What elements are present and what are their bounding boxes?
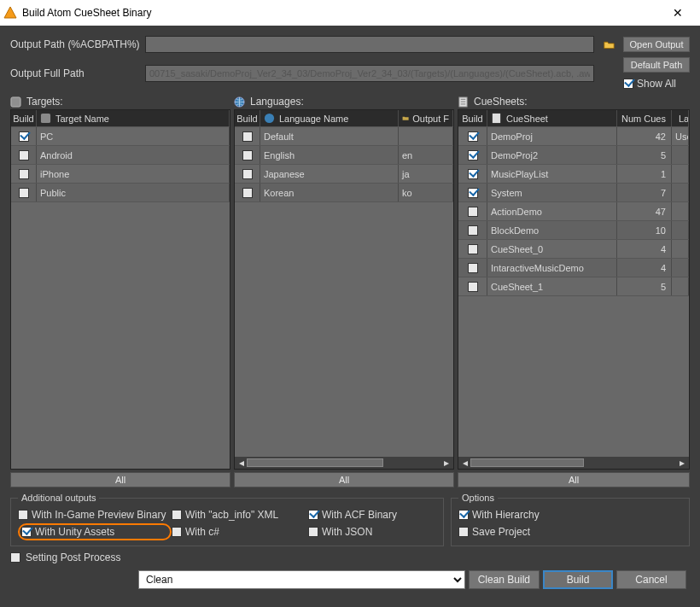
post-process-select[interactable]: Clean: [138, 570, 465, 589]
show-all-row[interactable]: Show All: [623, 78, 690, 90]
row-checkbox[interactable]: [19, 131, 29, 142]
preview-binary-checkbox[interactable]: [18, 510, 28, 520]
targets-all-button[interactable]: All: [10, 472, 230, 487]
targets-body: PCAndroidiPhonePublic: [11, 127, 230, 469]
with-preview-binary[interactable]: With In-Game Preview Binary: [18, 506, 172, 523]
row-la: [672, 202, 689, 220]
row-la: [672, 184, 689, 201]
save-project[interactable]: Save Project: [458, 523, 682, 540]
targets-col-build[interactable]: Build: [11, 110, 37, 126]
acf-binary-checkbox[interactable]: [308, 510, 318, 520]
cuesheets-col-la[interactable]: La: [672, 110, 689, 126]
table-row[interactable]: DemoProj42Use: [458, 127, 689, 146]
table-row[interactable]: ActionDemo47: [458, 202, 689, 221]
table-row[interactable]: Public: [11, 184, 230, 202]
table-row[interactable]: IntaractiveMusicDemo4: [458, 259, 689, 277]
table-row[interactable]: CueSheet_04: [458, 240, 689, 259]
show-all-checkbox[interactable]: [623, 79, 633, 89]
row-checkbox[interactable]: [468, 263, 478, 273]
languages-col-output[interactable]: Output F: [399, 110, 453, 126]
open-output-button[interactable]: Open Output: [623, 37, 690, 52]
row-checkbox[interactable]: [468, 282, 478, 292]
additional-outputs-group: Additional outputs With In-Game Preview …: [10, 493, 444, 546]
acb-info-checkbox[interactable]: [172, 510, 182, 520]
browse-output-path[interactable]: [599, 36, 618, 53]
target-icon: [40, 113, 51, 124]
with-hierarchy[interactable]: With Hierarchy: [458, 506, 682, 523]
default-path-button[interactable]: Default Path: [623, 57, 690, 73]
table-row[interactable]: Android: [11, 146, 230, 165]
row-checkbox[interactable]: [468, 150, 478, 161]
with-unity-assets[interactable]: With Unity Assets: [21, 526, 114, 538]
with-acf-binary[interactable]: With ACF Binary: [308, 506, 436, 523]
save-project-checkbox[interactable]: [458, 527, 469, 537]
cuesheets-col-build[interactable]: Build: [458, 110, 487, 126]
languages-panel: Languages: Build Language Name Output F …: [234, 94, 454, 487]
table-row[interactable]: PC: [11, 127, 230, 146]
csharp-checkbox[interactable]: [172, 527, 182, 537]
json-checkbox[interactable]: [308, 527, 318, 537]
row-checkbox[interactable]: [468, 131, 478, 142]
table-row[interactable]: MusicPlayList1: [458, 165, 689, 184]
row-checkbox[interactable]: [468, 225, 478, 236]
table-row[interactable]: System7: [458, 184, 689, 202]
svg-marker-0: [4, 7, 16, 18]
cuesheets-all-button[interactable]: All: [458, 472, 690, 487]
post-process-checkbox[interactable]: [10, 552, 20, 563]
languages-all-button[interactable]: All: [234, 472, 454, 487]
with-json[interactable]: With JSON: [308, 523, 436, 540]
with-csharp[interactable]: With c#: [172, 523, 308, 540]
row-checkbox[interactable]: [242, 150, 253, 161]
setting-post-process[interactable]: Setting Post Process: [10, 552, 690, 563]
table-row[interactable]: Default: [235, 127, 453, 146]
table-row[interactable]: iPhone: [11, 165, 230, 184]
row-checkbox[interactable]: [468, 188, 478, 198]
build-button[interactable]: Build: [543, 570, 613, 589]
row-checkbox[interactable]: [242, 131, 253, 142]
with-acb-info[interactable]: With "acb_info" XML: [172, 506, 308, 523]
table-row[interactable]: DemoProj25: [458, 146, 689, 165]
languages-col-build[interactable]: Build: [235, 110, 260, 126]
row-checkbox[interactable]: [468, 207, 478, 217]
table-row[interactable]: BlockDemo10: [458, 221, 689, 240]
languages-col-name[interactable]: Language Name: [260, 110, 399, 126]
cuesheets-scrollbar[interactable]: ◂ ▸: [458, 457, 689, 469]
cuesheets-col-numcues[interactable]: Num Cues: [617, 110, 672, 126]
cuesheets-grid[interactable]: Build CueSheet Num Cues La DemoProj42Use…: [458, 109, 690, 470]
targets-grid[interactable]: Build Target Name PCAndroidiPhonePublic: [10, 109, 230, 470]
table-row[interactable]: Koreanko: [235, 184, 453, 202]
table-row[interactable]: Japaneseja: [235, 165, 453, 184]
close-button[interactable]: ✕: [659, 6, 697, 20]
targets-col-name[interactable]: Target Name: [37, 110, 230, 126]
row-checkbox[interactable]: [19, 150, 29, 161]
options-group: Options With Hierarchy Save Project: [451, 493, 690, 546]
output-path-input[interactable]: [145, 36, 594, 53]
cancel-button[interactable]: Cancel: [616, 570, 686, 589]
clean-build-button[interactable]: Clean Build: [469, 570, 540, 589]
svg-rect-8: [461, 103, 466, 104]
scroll-right-icon[interactable]: ▸: [677, 458, 687, 467]
table-row[interactable]: Englishen: [235, 146, 453, 165]
cuesheets-col-name[interactable]: CueSheet: [487, 110, 617, 126]
cuesheets-body: DemoProj42UseDemoProj25MusicPlayList1Sys…: [458, 127, 689, 457]
hierarchy-checkbox[interactable]: [458, 510, 469, 520]
languages-body: DefaultEnglishenJapanesejaKoreanko: [235, 127, 453, 457]
scroll-left-icon[interactable]: ◂: [236, 458, 247, 467]
row-checkbox[interactable]: [19, 188, 29, 198]
unity-assets-checkbox[interactable]: [21, 527, 32, 537]
languages-scrollbar[interactable]: ◂ ▸: [235, 457, 453, 469]
table-row[interactable]: CueSheet_15: [458, 277, 689, 296]
languages-grid[interactable]: Build Language Name Output F DefaultEngl…: [234, 109, 454, 470]
row-name: Android: [37, 146, 230, 164]
scroll-left-icon[interactable]: ◂: [460, 458, 470, 467]
row-numcues: 42: [617, 127, 672, 145]
row-la: [672, 165, 689, 183]
row-la: [672, 240, 689, 258]
row-checkbox[interactable]: [19, 169, 29, 179]
row-checkbox[interactable]: [468, 169, 478, 179]
row-checkbox[interactable]: [242, 169, 253, 179]
row-checkbox[interactable]: [242, 188, 253, 198]
output-path-label: Output Path (%ACBPATH%): [10, 38, 140, 50]
scroll-right-icon[interactable]: ▸: [441, 458, 452, 467]
row-checkbox[interactable]: [468, 244, 478, 254]
